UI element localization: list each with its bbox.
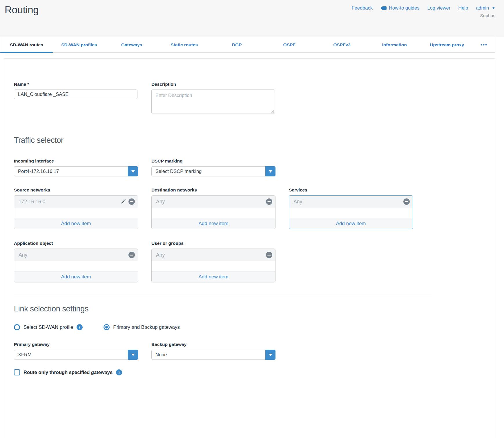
description-input[interactable] xyxy=(152,90,275,114)
list-empty-area xyxy=(289,208,413,218)
admin-menu[interactable]: admin ▼ xyxy=(476,5,495,11)
page-header: Routing Feedback How-to guides Log viewe… xyxy=(0,0,504,37)
list-empty-area xyxy=(14,208,138,218)
tab-gateways[interactable]: Gateways xyxy=(105,37,158,52)
destination-networks-box: Any Add new item xyxy=(151,195,275,229)
add-new-item-button[interactable]: Add new item xyxy=(152,271,275,282)
source-networks-label: Source networks xyxy=(14,187,138,193)
list-item: 172.16.16.0 xyxy=(14,196,138,208)
user-or-groups-label: User or groups xyxy=(151,241,275,246)
services-label: Services xyxy=(289,187,413,193)
dscp-marking-value: Select DSCP marking xyxy=(152,169,265,174)
radio-select-sdwan-profile[interactable] xyxy=(14,324,20,330)
remove-item-icon[interactable] xyxy=(128,252,135,258)
tab-information[interactable]: Information xyxy=(368,37,421,52)
dscp-marking-label: DSCP marking xyxy=(151,158,275,164)
destination-networks-label: Destination networks xyxy=(151,187,275,193)
incoming-interface-select[interactable]: Port4-172.16.16.17 xyxy=(14,166,138,176)
remove-item-icon[interactable] xyxy=(128,198,135,205)
destination-network-value: Any xyxy=(156,199,165,205)
tab-ospf[interactable]: OSPF xyxy=(263,37,316,52)
add-new-item-button[interactable]: Add new item xyxy=(152,218,275,229)
service-value: Any xyxy=(293,199,302,205)
name-label: Name * xyxy=(14,82,138,87)
add-new-item-button[interactable]: Add new item xyxy=(14,271,138,282)
remove-item-icon[interactable] xyxy=(403,198,410,205)
list-item: Any xyxy=(152,249,275,261)
application-object-label: Application object xyxy=(14,241,138,246)
application-object-box: Any Add new item xyxy=(14,249,138,282)
tab-sdwan-profiles[interactable]: SD-WAN profiles xyxy=(53,37,105,52)
dropdown-button[interactable] xyxy=(265,166,275,176)
backup-gateway-label: Backup gateway xyxy=(151,342,275,347)
dropdown-button[interactable] xyxy=(128,166,138,176)
remove-item-icon[interactable] xyxy=(266,198,272,205)
chevron-down-icon: ▼ xyxy=(492,6,495,10)
feedback-link[interactable]: Feedback xyxy=(351,5,372,11)
source-network-value: 172.16.16.0 xyxy=(19,199,45,205)
list-empty-area xyxy=(14,261,138,271)
user-or-groups-box: Any Add new item xyxy=(151,249,275,282)
route-only-specified-gateways-label: Route only through specified gateways xyxy=(23,370,113,375)
howto-guides-link[interactable]: How-to guides xyxy=(380,5,419,11)
application-value: Any xyxy=(19,252,27,258)
log-viewer-link[interactable]: Log viewer xyxy=(427,5,450,11)
section-divider xyxy=(14,295,432,295)
services-box: Any Add new item xyxy=(289,195,413,229)
tab-bgp[interactable]: BGP xyxy=(211,37,263,52)
add-new-item-button[interactable]: Add new item xyxy=(289,218,413,229)
info-icon[interactable]: i xyxy=(116,369,122,375)
backup-gateway-select[interactable]: None xyxy=(151,350,275,360)
required-asterisk: * xyxy=(28,82,29,87)
traffic-selector-heading: Traffic selector xyxy=(14,136,432,145)
incoming-interface-value: Port4-172.16.16.17 xyxy=(14,169,128,174)
incoming-interface-label: Incoming interface xyxy=(14,158,138,164)
help-link[interactable]: Help xyxy=(458,5,468,11)
video-camera-icon xyxy=(380,6,387,10)
route-only-specified-gateways-checkbox[interactable] xyxy=(14,369,20,375)
chevron-down-icon xyxy=(269,354,272,356)
header-right: Feedback How-to guides Log viewer Help a… xyxy=(351,3,495,18)
list-item: Any xyxy=(289,196,413,208)
list-empty-area xyxy=(152,208,275,218)
primary-gateway-value: XFRM xyxy=(14,352,128,357)
list-item: Any xyxy=(152,196,275,208)
route-editor-card: Name * Description Traffic selector I xyxy=(4,58,495,438)
tab-sdwan-routes[interactable]: SD-WAN routes xyxy=(0,37,53,52)
chevron-down-icon xyxy=(131,354,135,356)
primary-gateway-select[interactable]: XFRM xyxy=(14,350,138,360)
section-divider xyxy=(14,126,432,126)
radio-primary-backup-gateways-label: Primary and Backup gateways xyxy=(113,324,180,330)
list-item: Any xyxy=(14,249,138,261)
tab-static-routes[interactable]: Static routes xyxy=(158,37,211,52)
backup-gateway-value: None xyxy=(152,352,265,357)
add-new-item-button[interactable]: Add new item xyxy=(14,218,138,229)
tab-overflow-menu[interactable]: ••• xyxy=(473,37,495,52)
edit-pencil-icon[interactable] xyxy=(120,199,126,205)
info-icon[interactable]: i xyxy=(77,324,83,330)
help-label: Help xyxy=(458,5,468,11)
remove-item-icon[interactable] xyxy=(266,252,272,258)
dropdown-button[interactable] xyxy=(265,350,275,360)
routing-tabbar: SD-WAN routes SD-WAN profiles Gateways S… xyxy=(0,37,495,53)
log-viewer-label: Log viewer xyxy=(427,5,450,11)
user-or-groups-value: Any xyxy=(156,252,165,258)
routing-page: Routing Feedback How-to guides Log viewe… xyxy=(0,0,504,438)
radio-select-sdwan-profile-label: Select SD-WAN profile xyxy=(23,324,73,330)
chevron-down-icon xyxy=(131,170,135,173)
name-input[interactable] xyxy=(14,90,137,99)
howto-guides-label: How-to guides xyxy=(389,5,419,11)
admin-label: admin xyxy=(476,5,489,11)
tab-ospfv3[interactable]: OSPFv3 xyxy=(316,37,368,52)
chevron-down-icon xyxy=(269,170,272,173)
source-networks-box: 172.16.16.0 Add new item xyxy=(14,195,138,229)
primary-gateway-label: Primary gateway xyxy=(14,342,138,347)
dscp-marking-select[interactable]: Select DSCP marking xyxy=(151,166,275,176)
list-empty-area xyxy=(152,261,275,271)
feedback-link-label: Feedback xyxy=(351,5,372,11)
radio-primary-backup-gateways[interactable] xyxy=(104,324,110,330)
description-label: Description xyxy=(151,82,275,87)
dropdown-button[interactable] xyxy=(128,350,138,360)
page-title: Routing xyxy=(5,4,39,16)
tab-upstream-proxy[interactable]: Upstream proxy xyxy=(421,37,473,52)
